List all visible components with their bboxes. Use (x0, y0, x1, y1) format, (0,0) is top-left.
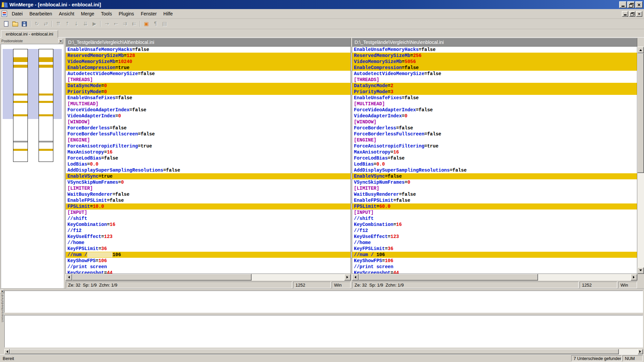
menu-item-bearbeiten[interactable]: Bearbeiten (26, 9, 56, 18)
scroll-down-button[interactable] (637, 267, 644, 274)
code-segment: false (399, 125, 413, 131)
new-button[interactable] (2, 20, 11, 28)
menu-item-fenster[interactable]: Fenster (138, 9, 160, 18)
mdi-restore-button[interactable] (629, 11, 635, 17)
menu-item-plugins[interactable]: Plugins (115, 9, 138, 18)
diff-pane-grip[interactable]: × Unterschiedsfeld (0, 289, 4, 354)
first-difference-button[interactable]: ⇈ (54, 20, 63, 28)
minimize-button[interactable] (619, 1, 627, 8)
tab-enblocal[interactable]: enblocal.ini - enblocal.ini (1, 30, 58, 38)
swap-panes-button[interactable]: ⇄ (41, 20, 50, 28)
code-segment: = (393, 198, 396, 203)
recompare-button[interactable]: ↻ (32, 20, 41, 28)
code-segment: = (388, 89, 390, 95)
location-pane: Positionsleiste × (0, 38, 64, 289)
copy-right-button[interactable]: → (102, 20, 111, 28)
code-segment: 106 (98, 258, 107, 263)
location-bar-left[interactable] (13, 49, 28, 162)
menu-item-tools[interactable]: Tools (98, 9, 115, 18)
scroll-right-button[interactable] (344, 274, 351, 281)
diff-pane-close-button[interactable]: × (0, 290, 4, 293)
scroll-left-button[interactable] (65, 274, 72, 281)
location-pane-body[interactable] (1, 44, 64, 288)
menu-item-merge[interactable]: Merge (77, 9, 98, 18)
current-difference-button[interactable]: ▶ (90, 20, 99, 28)
code-segment: false (104, 156, 118, 161)
menu-item-hilfe[interactable]: Hilfe (160, 9, 176, 18)
right-horizontal-scrollbar[interactable] (352, 274, 637, 281)
scroll-thumb[interactable] (10, 349, 619, 354)
code-segment: false (118, 95, 132, 101)
code-segment: 256 (413, 53, 421, 58)
menu-item-ansicht[interactable]: Ansicht (55, 9, 77, 18)
code-segment: LodBias (354, 162, 374, 167)
copy-all-left-button[interactable]: ⇇ (129, 20, 139, 28)
scroll-left-button[interactable] (4, 349, 10, 354)
code-segment: = (402, 95, 405, 101)
code-segment: 44 (107, 270, 113, 274)
scroll-right-button[interactable] (638, 349, 643, 354)
mdi-minimize-button[interactable] (622, 11, 628, 17)
code-segment: EnableFPSLimit (354, 198, 393, 203)
options-button[interactable]: ▤ (160, 20, 169, 28)
code-segment: true (427, 143, 438, 149)
diff-marker (13, 65, 28, 68)
diff-pane-scrollbar[interactable] (4, 349, 643, 354)
toolbar-separator (99, 20, 102, 27)
code-segment: false (396, 198, 410, 203)
left-code-editor[interactable]: EnableUnsafeMemoryHacks=falseReservedMem… (65, 47, 351, 274)
code-segment: 44 (393, 270, 399, 274)
code-line: LodBias=0.0 (352, 161, 637, 167)
code-segment: = (104, 270, 107, 274)
restore-button[interactable] (627, 1, 635, 8)
code-segment: false (112, 125, 126, 131)
location-bar-right[interactable] (39, 49, 53, 162)
code-segment: 0.0 (376, 162, 385, 167)
scroll-thumb[interactable] (359, 274, 538, 281)
open-button[interactable] (11, 20, 20, 28)
code-segment: false (390, 156, 405, 161)
code-segment: false (405, 95, 419, 101)
left-pane-statusbar: Ze: 32 Sp: 1/9 Zchn: 1/9 1252 Win (65, 281, 351, 289)
scroll-thumb[interactable] (72, 274, 252, 281)
scroll-track[interactable] (72, 274, 344, 281)
previous-difference-button[interactable]: ↑ (63, 20, 72, 28)
close-button[interactable]: × (635, 1, 643, 8)
menu-item-datei[interactable]: Datei (8, 9, 26, 18)
code-segment: [MULTIHEAD] (354, 101, 385, 107)
scroll-up-button[interactable] (637, 47, 644, 53)
vertical-scrollbar[interactable] (637, 38, 644, 289)
scroll-right-button[interactable] (631, 274, 637, 281)
auto-merge-button[interactable]: ▣ (142, 20, 151, 28)
copy-left-button[interactable]: ← (111, 20, 120, 28)
mdi-close-button[interactable]: × (636, 11, 642, 17)
code-line: //shift (66, 216, 351, 222)
next-diff-icon: ↓ (74, 21, 78, 26)
view-whitespace-button[interactable]: ¶ (151, 20, 160, 28)
last-difference-button[interactable]: ⇊ (81, 20, 90, 28)
location-pane-close-button[interactable]: × (58, 39, 63, 43)
scroll-track[interactable] (637, 53, 644, 267)
left-horizontal-scrollbar[interactable] (65, 274, 351, 281)
diff-marker (13, 149, 28, 151)
code-segment: false (115, 192, 129, 197)
next-difference-button[interactable]: ↓ (72, 20, 81, 28)
code-segment: 36 (101, 246, 107, 251)
right-code-editor[interactable]: EnableUnsafeMemoryHacks=falseReservedMem… (352, 47, 637, 274)
code-segment: EnableUnsafeFixes (67, 95, 115, 101)
code-line: VSyncSkipNumFrames=0 (66, 179, 351, 185)
code-segment: false (419, 107, 433, 113)
minimize-icon (624, 14, 627, 15)
scroll-track[interactable] (10, 349, 638, 354)
scroll-track[interactable] (359, 274, 631, 281)
copy-all-right-button[interactable]: ⇉ (120, 20, 129, 28)
code-line: ForceBorderless=false (352, 125, 637, 131)
scroll-left-button[interactable] (352, 274, 359, 281)
menu-bar: DateiBearbeitenAnsichtMergeToolsPluginsF… (0, 9, 644, 19)
save-button[interactable] (20, 20, 29, 28)
code-segment: 2 (390, 83, 393, 88)
code-line: FPSLimit=60.0 (352, 203, 637, 209)
scroll-thumb[interactable] (637, 53, 644, 173)
code-segment: DataSyncMode (354, 83, 388, 88)
code-line: KeyScreenshot=44 (66, 270, 351, 274)
